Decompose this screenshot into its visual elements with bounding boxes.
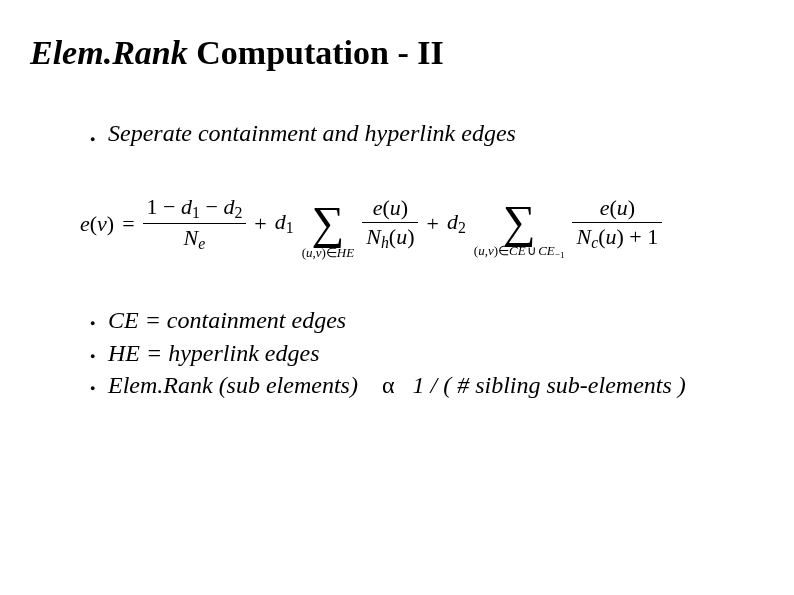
eqn-sum2: ∑ (u,v)∈CE ∪ CE−1 xyxy=(474,187,565,260)
eqn-sum1: ∑ (u,v)∈HE xyxy=(302,188,355,258)
intro-bullet: Seperate containment and hyperlink edges xyxy=(90,120,764,147)
sigma-icon: ∑ xyxy=(312,202,345,243)
eqn-term1-den: Ne xyxy=(180,224,210,254)
eqn-plus2: + xyxy=(426,211,438,237)
title-rest: Computation - II xyxy=(188,34,444,71)
def-ce: CE = containment edges xyxy=(90,304,764,336)
definitions: CE = containment edges HE = hyperlink ed… xyxy=(90,304,764,401)
eqn-sum2-den: Nc(u) + 1 xyxy=(572,223,662,253)
equation: e(v) = 1 − d1 − d2 Ne + d1 ∑ (u,v)∈HE e(… xyxy=(80,187,764,260)
eqn-coef2: d2 xyxy=(447,209,466,237)
eqn-sum1-num: e(u) xyxy=(369,194,412,222)
eqn-coef1: d1 xyxy=(275,209,294,237)
def-he: HE = hyperlink edges xyxy=(90,337,764,369)
eqn-sum2-frac: e(u) Nc(u) + 1 xyxy=(572,194,662,253)
formula: e(v) = 1 − d1 − d2 Ne + d1 ∑ (u,v)∈HE e(… xyxy=(80,187,764,260)
eqn-sum2-num: e(u) xyxy=(596,194,639,222)
eqn-equals: = xyxy=(122,211,134,237)
eqn-lhs: e(v) xyxy=(80,211,114,237)
def-er-left: Elem.Rank (sub elements) xyxy=(108,372,358,398)
alpha-symbol: α xyxy=(382,372,395,398)
slide: Elem.Rank Computation - II Seperate cont… xyxy=(0,0,794,595)
eqn-sum1-sub: (u,v)∈HE xyxy=(302,246,355,259)
intro-bullet-text: Seperate containment and hyperlink edges xyxy=(108,120,516,146)
eqn-plus1: + xyxy=(254,211,266,237)
def-ce-text: CE = containment edges xyxy=(108,307,346,333)
title-italic: Elem.Rank xyxy=(30,34,188,71)
def-elemrank: Elem.Rank (sub elements) α 1 / ( # sibli… xyxy=(90,369,764,401)
eqn-sum2-sub: (u,v)∈CE ∪ CE−1 xyxy=(474,244,565,260)
eqn-sum1-den: Nh(u) xyxy=(362,223,418,253)
def-he-text: HE = hyperlink edges xyxy=(108,340,319,366)
definition-list: CE = containment edges HE = hyperlink ed… xyxy=(90,304,764,401)
sigma-icon: ∑ xyxy=(503,201,536,242)
intro-list: Seperate containment and hyperlink edges xyxy=(90,120,764,147)
def-er-right: 1 / ( # sibling sub-elements ) xyxy=(413,372,686,398)
eqn-term1: 1 − d1 − d2 Ne xyxy=(143,193,247,255)
eqn-sum1-frac: e(u) Nh(u) xyxy=(362,194,418,253)
def-er-right-part: α 1 / ( # sibling sub-elements ) xyxy=(382,372,686,398)
slide-title: Elem.Rank Computation - II xyxy=(30,34,764,72)
eqn-term1-num: 1 − d1 − d2 xyxy=(143,193,247,223)
